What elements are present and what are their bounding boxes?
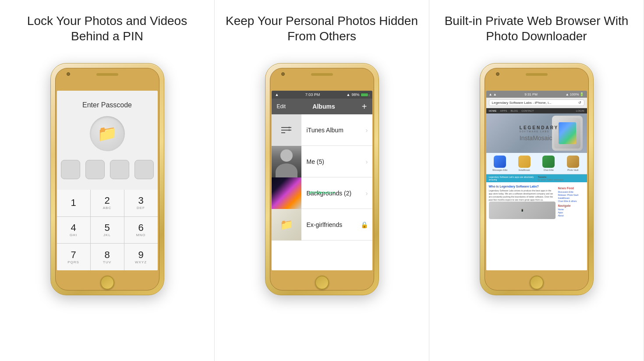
phone-home-2[interactable] xyxy=(315,276,329,290)
album-thumb-backgrounds xyxy=(272,177,301,209)
key-8[interactable]: 8TUV xyxy=(91,244,124,270)
browser-body: Who is Legendary Software Labs? Legendar… xyxy=(486,183,587,221)
instamosaic-icon xyxy=(518,156,531,168)
phone-speaker-2 xyxy=(311,73,333,76)
albums-nav-bar: Edit Albums + xyxy=(272,99,372,114)
site-nav-login[interactable]: LOGIN xyxy=(576,110,584,112)
app-icon-messages[interactable]: Messages Elite xyxy=(489,156,512,171)
key-3[interactable]: 3DEF xyxy=(124,190,158,216)
album-item-backgrounds[interactable]: Backgrounds (2) › xyxy=(272,177,372,209)
nav-plus-button[interactable]: + xyxy=(362,102,367,111)
site-nav-contact[interactable]: CONTACT xyxy=(521,110,534,112)
key-5[interactable]: 5JKL xyxy=(91,217,124,244)
app-icons-row: Messages Elite InstaMosaic Chan Elite xyxy=(486,153,587,174)
phone-frame-2: ▲ 7:03 PM ▲ 98% Edit Albums + xyxy=(265,63,379,295)
albums-status-bar: ▲ 7:03 PM ▲ 98% xyxy=(272,91,372,99)
phone-screen-3: ▲ ▲ 9:31 PM ▲ 100% 🔋 Legendary Software … xyxy=(486,91,587,270)
site-nav-home[interactable]: HOME xyxy=(489,110,497,112)
panel-3: Built-in Private Web Browser With Photo … xyxy=(429,0,644,361)
vault-icon xyxy=(567,156,579,168)
pin-dot-1 xyxy=(61,160,80,179)
site-nav: HOME APPS BLOG CONTACT LOGIN xyxy=(486,108,587,113)
key-9[interactable]: 9WXYZ xyxy=(124,244,158,270)
album-info-itunes: iTunes Album xyxy=(301,127,366,134)
news-feed-title: News Feed xyxy=(558,187,584,190)
app-icon-chan[interactable]: Chan Elite xyxy=(538,156,560,171)
key-6[interactable]: 6MNO xyxy=(124,217,158,244)
site-banner: LEGENDARY SOFTWARE LABS InstaMosaic xyxy=(486,113,587,153)
legendary-sub: SOFTWARE LABS xyxy=(520,130,559,133)
key-1[interactable]: 1 xyxy=(57,190,90,216)
app-icon-vault[interactable]: Photo Vault xyxy=(562,156,584,171)
status-left: ▲ xyxy=(275,92,279,97)
album-thumb-itunes xyxy=(272,114,301,146)
browser-right: News Feed Discussion Elite Release: Phot… xyxy=(558,185,584,219)
panel-2-title: Keep Your Personal Photos Hidden From Ot… xyxy=(223,13,420,53)
key-4[interactable]: 4GHI xyxy=(57,217,90,244)
panel-3-title: Built-in Private Web Browser With Photo … xyxy=(438,13,635,53)
tweets-area: Tweets by some Twitter messages xyxy=(538,176,584,181)
phone-camera-3 xyxy=(496,72,499,76)
album-list: iPSWBeta.Com xyxy=(272,114,372,270)
status-time: 7:03 PM xyxy=(305,92,320,97)
battery-percent: 98% xyxy=(351,92,359,97)
album-item-ex[interactable]: 📁 Ex-girlfriends 🔒 xyxy=(272,209,372,241)
phone-home-1[interactable] xyxy=(100,276,114,290)
album-name-ex: Ex-girlfriends xyxy=(307,221,361,228)
phone-apps-thumb: 📱 xyxy=(489,202,556,219)
who-title: Who is Legendary Software Labs? xyxy=(489,185,556,188)
nav-link-home[interactable]: Home xyxy=(558,208,584,211)
who-text: Legendary Software Labs strives to produ… xyxy=(489,189,556,202)
phone-frame-3: ▲ ▲ 9:31 PM ▲ 100% 🔋 Legendary Software … xyxy=(480,63,594,295)
app-icon-instamosaic[interactable]: InstaMosaic xyxy=(513,156,536,171)
browser-status-right: ▲ 100% 🔋 xyxy=(566,92,584,96)
album-arrow-me: › xyxy=(366,158,372,165)
pin-dot-2 xyxy=(85,160,105,179)
nav-link-about[interactable]: About xyxy=(558,214,584,217)
album-item-me[interactable]: Me (5) › xyxy=(272,146,372,177)
panel-1: Lock Your Photos and Videos Behind a PIN… xyxy=(0,0,215,361)
instamosaic-text: InstaMosaic xyxy=(520,134,559,142)
nav-edit-button[interactable]: Edit xyxy=(277,103,286,110)
status-right: ▲ 98% xyxy=(347,92,369,97)
news-item-2[interactable]: Release: Photo Vault xyxy=(558,194,584,196)
phone-2: ▲ 7:03 PM ▲ 98% Edit Albums + xyxy=(265,63,379,295)
banner-text-area: LEGENDARY SOFTWARE LABS InstaMosaic xyxy=(514,125,559,142)
site-nav-apps[interactable]: APPS xyxy=(500,110,507,112)
phone-screen-2: ▲ 7:03 PM ▲ 98% Edit Albums + xyxy=(272,91,372,270)
promo-bar: Legendary Software Lab's apps are absolu… xyxy=(486,174,587,182)
keypad: 1 2ABC 3DEF 4GHI 5JKL 6MNO 7PQRS 8TUV 9W… xyxy=(57,190,158,270)
browser-status-left: ▲ ▲ xyxy=(489,92,497,96)
albums-screen: ▲ 7:03 PM ▲ 98% Edit Albums + xyxy=(272,91,372,270)
nav-link-apps[interactable]: Apps xyxy=(558,211,584,214)
passcode-icon-circle: 📁 xyxy=(90,116,125,151)
messages-icon xyxy=(494,156,506,168)
album-arrow-backgrounds: › xyxy=(366,190,372,197)
news-item-3[interactable]: InstaMosaic xyxy=(558,197,584,199)
phone-home-3[interactable] xyxy=(530,276,544,290)
phone-3: ▲ ▲ 9:31 PM ▲ 100% 🔋 Legendary Software … xyxy=(480,63,594,295)
album-item-itunes[interactable]: iTunes Album › xyxy=(272,114,372,146)
album-name-itunes: iTunes Album xyxy=(307,127,366,134)
shuffle-icon xyxy=(280,125,293,135)
phone-screen-1: Enter Passcode 📁 1 2ABC 3DEF 4GH xyxy=(57,91,158,270)
key-2[interactable]: 2ABC xyxy=(91,190,124,216)
phone-speaker-1 xyxy=(96,73,118,76)
album-name-me: Me (5) xyxy=(307,158,366,165)
browser-left: Who is Legendary Software Labs? Legendar… xyxy=(489,185,556,219)
key-7[interactable]: 7PQRS xyxy=(57,244,90,270)
address-field[interactable]: Legendary Software Labs - iPhone, i... ↺ xyxy=(489,99,584,106)
news-feed-section: News Feed Discussion Elite Release: Phot… xyxy=(558,187,584,202)
passcode-title: Enter Passcode xyxy=(82,101,132,109)
phone-camera-1 xyxy=(67,72,70,76)
news-item-4[interactable]: Chan Elite & others xyxy=(558,200,584,202)
news-item-1[interactable]: Discussion Elite xyxy=(558,191,584,193)
chan-label: Chan Elite xyxy=(544,169,554,171)
reload-icon[interactable]: ↺ xyxy=(578,101,581,105)
wifi-icon: ▲ xyxy=(275,92,279,97)
tweets-text: by some Twitter messages xyxy=(538,178,584,181)
browser-content: HOME APPS BLOG CONTACT LOGIN LEGENDARY S… xyxy=(486,108,587,270)
album-arrow-ex: 🔒 xyxy=(361,221,372,228)
site-nav-blog[interactable]: BLOG xyxy=(511,110,518,112)
album-info-me: Me (5) xyxy=(301,158,366,165)
